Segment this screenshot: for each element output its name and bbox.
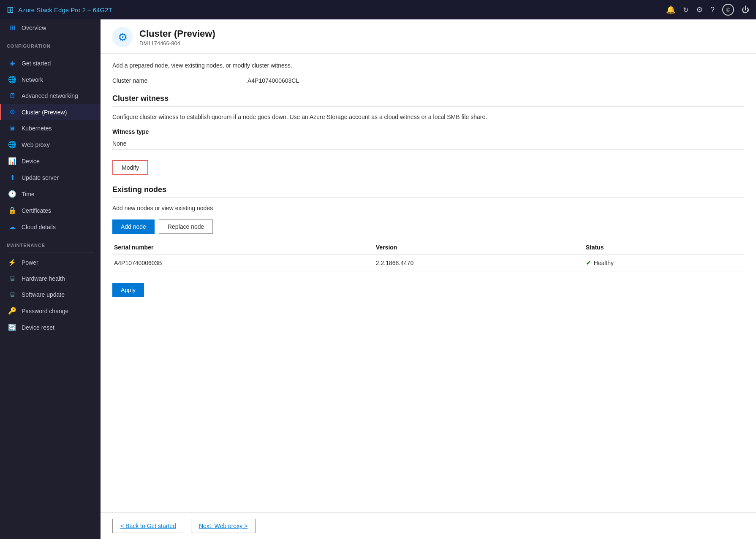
sidebar-item-time[interactable]: 🕐 Time: [0, 186, 101, 202]
help-icon[interactable]: ?: [710, 5, 715, 14]
existing-nodes-section-title: Existing nodes: [112, 185, 744, 198]
sidebar: ⊞ Overview CONFIGURATION ◈ Get started 🌐…: [0, 19, 101, 539]
password-change-icon: 🔑: [8, 307, 16, 315]
network-icon: 🌐: [8, 76, 16, 84]
replace-node-button[interactable]: Replace node: [159, 219, 213, 234]
cluster-witness-description: Configure cluster witness to establish q…: [112, 113, 744, 122]
sidebar-item-advanced-networking[interactable]: 🖥 Advanced networking: [0, 88, 101, 104]
sidebar-label-overview: Overview: [22, 24, 46, 31]
sidebar-label-kubernetes: Kubernetes: [22, 125, 52, 132]
sidebar-item-password-change[interactable]: 🔑 Password change: [0, 303, 101, 319]
title-bar: ⊞ Azure Stack Edge Pro 2 – 64G2T 🔔 ↻ ⚙ ?…: [0, 0, 756, 19]
sidebar-label-hardware-health: Hardware health: [22, 275, 65, 282]
title-bar-actions: 🔔 ↻ ⚙ ? © ⏻: [666, 4, 749, 16]
apply-button[interactable]: Apply: [112, 283, 144, 297]
device-icon: 📊: [8, 157, 16, 165]
sidebar-label-time: Time: [22, 191, 35, 198]
nodes-button-row: Add node Replace node: [112, 219, 744, 234]
cluster-header-icon: ⚙: [118, 31, 128, 44]
sidebar-item-kubernetes[interactable]: 🖥 Kubernetes: [0, 120, 101, 136]
sidebar-item-device[interactable]: 📊 Device: [0, 153, 101, 169]
kubernetes-icon: 🖥: [8, 125, 16, 132]
sidebar-label-power: Power: [22, 259, 38, 266]
modify-button[interactable]: Modify: [112, 160, 148, 175]
table-row: A4P1074000603B 2.2.1868.4470 ✔ Healthy: [112, 255, 744, 271]
add-node-button[interactable]: Add node: [112, 219, 155, 234]
healthy-icon: ✔: [586, 259, 591, 267]
col-version: Version: [374, 241, 584, 255]
cell-status: ✔ Healthy: [584, 255, 744, 271]
witness-type-block: Witness type None: [112, 128, 744, 150]
software-update-icon: 🖥: [8, 291, 16, 298]
witness-type-label: Witness type: [112, 128, 744, 135]
hardware-health-icon: 🖥: [8, 275, 16, 282]
sidebar-item-power[interactable]: ⚡ Power: [0, 254, 101, 271]
existing-nodes-description: Add new nodes or view existing nodes: [112, 204, 744, 213]
col-status: Status: [584, 241, 744, 255]
sidebar-item-cloud-details[interactable]: ☁ Cloud details: [0, 219, 101, 235]
sidebar-label-certificates: Certificates: [22, 207, 51, 214]
bell-icon[interactable]: 🔔: [666, 5, 675, 14]
back-link[interactable]: < Back to Get started: [112, 519, 184, 533]
page-footer: < Back to Get started Next: Web proxy >: [101, 512, 756, 539]
maintenance-section-label: MAINTENANCE: [0, 235, 101, 250]
cluster-name-row: Cluster name A4P1074000603CL: [112, 77, 744, 84]
app-title-icon: ⊞: [7, 5, 14, 15]
maintenance-divider: [7, 252, 94, 252]
app-title: ⊞ Azure Stack Edge Pro 2 – 64G2T: [7, 5, 112, 15]
sidebar-label-cluster-preview: Cluster (Preview): [22, 109, 67, 116]
sidebar-label-update-server: Update server: [22, 174, 59, 181]
witness-type-value: None: [112, 138, 744, 150]
cloud-details-icon: ☁: [8, 223, 16, 231]
sidebar-item-update-server[interactable]: ⬆ Update server: [0, 169, 101, 186]
sidebar-item-overview[interactable]: ⊞ Overview: [0, 19, 101, 36]
sidebar-label-device: Device: [22, 158, 40, 165]
sidebar-item-web-proxy[interactable]: 🌐 Web proxy: [0, 136, 101, 153]
next-link[interactable]: Next: Web proxy >: [191, 519, 256, 533]
web-proxy-icon: 🌐: [8, 141, 16, 149]
sidebar-label-password-change: Password change: [22, 308, 68, 314]
sidebar-item-certificates[interactable]: 🔒 Certificates: [0, 202, 101, 219]
sidebar-item-network[interactable]: 🌐 Network: [0, 71, 101, 88]
nodes-table: Serial number Version Status A4P10740006…: [112, 241, 744, 271]
cluster-name-value: A4P1074000603CL: [247, 77, 299, 84]
page-description: Add a prepared node, view existing nodes…: [112, 62, 744, 69]
sidebar-item-cluster-preview[interactable]: ⚙ Cluster (Preview): [0, 104, 101, 120]
device-reset-icon: 🔄: [8, 323, 16, 331]
sidebar-label-advanced-networking: Advanced networking: [22, 92, 78, 99]
col-serial-number: Serial number: [112, 241, 374, 255]
power-icon[interactable]: ⏻: [742, 5, 749, 14]
refresh-icon[interactable]: ↻: [683, 6, 688, 14]
certificates-icon: 🔒: [8, 206, 16, 214]
status-text: Healthy: [594, 260, 614, 266]
app-shell: ⊞ Overview CONFIGURATION ◈ Get started 🌐…: [0, 19, 756, 539]
advanced-networking-icon: 🖥: [8, 92, 16, 100]
sidebar-label-network: Network: [22, 76, 43, 83]
page-header-text: Cluster (Preview) DM1174466-904: [139, 28, 215, 46]
main-area: ⚙ Cluster (Preview) DM1174466-904 Add a …: [101, 19, 756, 539]
cluster-witness-section-title: Cluster witness: [112, 94, 744, 107]
config-section-label: CONFIGURATION: [0, 36, 101, 51]
get-started-icon: ◈: [8, 59, 16, 67]
sidebar-item-hardware-health[interactable]: 🖥 Hardware health: [0, 271, 101, 287]
cell-serial-number: A4P1074000603B: [112, 255, 374, 271]
sidebar-label-cloud-details: Cloud details: [22, 224, 56, 230]
power-sidebar-icon: ⚡: [8, 258, 16, 266]
settings-icon[interactable]: ⚙: [696, 5, 703, 14]
update-server-icon: ⬆: [8, 173, 16, 181]
sidebar-item-software-update[interactable]: 🖥 Software update: [0, 287, 101, 303]
sidebar-label-web-proxy: Web proxy: [22, 141, 50, 148]
sidebar-label-device-reset: Device reset: [22, 324, 54, 331]
sidebar-label-software-update: Software update: [22, 291, 65, 298]
page-title: Cluster (Preview): [139, 28, 215, 39]
time-icon: 🕐: [8, 190, 16, 198]
overview-icon: ⊞: [8, 24, 16, 32]
sidebar-label-get-started: Get started: [22, 60, 51, 67]
page-header: ⚙ Cluster (Preview) DM1174466-904: [101, 19, 756, 54]
config-divider: [7, 53, 94, 53]
sidebar-item-get-started[interactable]: ◈ Get started: [0, 55, 101, 71]
cluster-icon: ⚙: [8, 108, 16, 116]
sidebar-item-device-reset[interactable]: 🔄 Device reset: [0, 319, 101, 336]
page-subtitle: DM1174466-904: [139, 40, 215, 46]
page-content: Add a prepared node, view existing nodes…: [101, 54, 756, 512]
